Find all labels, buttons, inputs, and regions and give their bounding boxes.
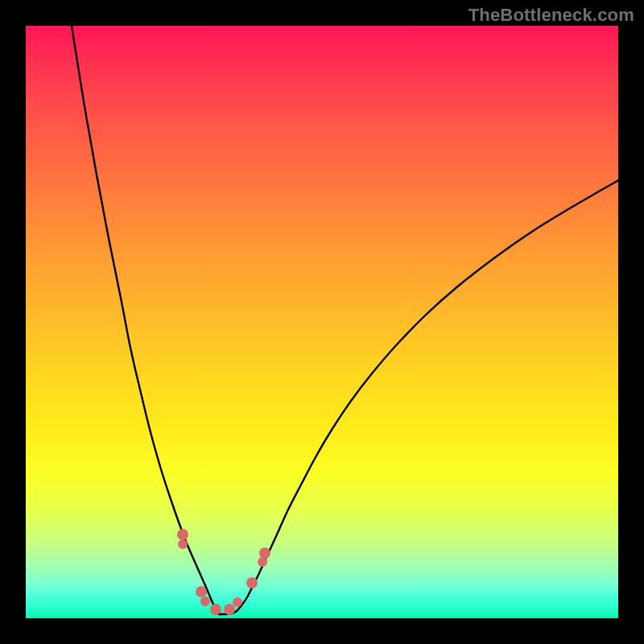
series-curve-right [219, 180, 618, 614]
curve-overlay [26, 26, 618, 618]
highlight-dot [196, 586, 207, 597]
watermark-text: TheBottleneck.com [469, 5, 634, 26]
highlight-dot [178, 539, 188, 549]
highlight-dot [224, 604, 235, 615]
series-curve-left [72, 26, 219, 614]
highlight-dot [246, 577, 258, 588]
highlight-dot [200, 597, 210, 606]
highlight-dot [259, 547, 270, 559]
highlight-dot [210, 604, 221, 615]
highlight-dot [233, 597, 242, 607]
plot-area [26, 26, 618, 618]
highlight-dot [177, 529, 188, 540]
chart-frame: TheBottleneck.com [0, 0, 644, 644]
